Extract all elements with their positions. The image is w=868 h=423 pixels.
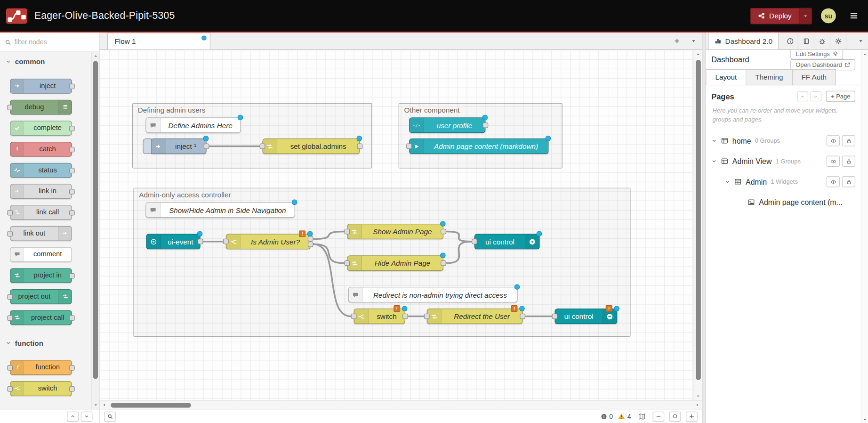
palette-node-complete[interactable]: complete	[10, 121, 72, 136]
inject-button[interactable]	[143, 138, 152, 154]
visibility-toggle-button[interactable]	[827, 176, 840, 187]
canvas-horizontal-scrollbar[interactable]	[100, 400, 702, 409]
node-input-port[interactable]	[223, 239, 229, 244]
flow-node-change1[interactable]: set global.admins	[262, 138, 360, 154]
flow-node-inject1[interactable]: inject ¹	[151, 138, 207, 154]
palette-node-project-out[interactable]: project out	[10, 289, 72, 304]
add-flow-button[interactable]	[669, 33, 685, 49]
scroll-up-icon[interactable]	[92, 52, 99, 60]
node-output-port[interactable]	[441, 229, 446, 235]
node-output-port[interactable]	[198, 239, 203, 244]
palette-node-inject[interactable]: inject	[10, 78, 72, 93]
palette-scroll-thumb[interactable]	[93, 61, 98, 379]
warning-count[interactable]: 4	[618, 413, 631, 420]
flow-node-change3[interactable]: Hide Admin Page	[347, 255, 443, 271]
deploy-options-button[interactable]	[799, 8, 812, 24]
flow-node-uicontrol2[interactable]: ui control	[555, 309, 617, 324]
info-count[interactable]: 0	[601, 413, 613, 420]
tab-config-button[interactable]	[830, 33, 846, 49]
user-avatar[interactable]: su	[821, 8, 836, 24]
node-input-port[interactable]	[344, 229, 350, 235]
palette-node-status[interactable]: status	[10, 163, 72, 178]
palette-collapse-all-button[interactable]	[67, 411, 79, 421]
node-output-port[interactable]	[441, 260, 446, 266]
tab-theming[interactable]: Theming	[746, 69, 792, 85]
palette-category-function[interactable]: function	[0, 334, 91, 352]
add-page-button[interactable]: + Page	[826, 91, 855, 102]
flow-node-change4[interactable]: Redirect the User	[427, 309, 522, 324]
flow-node-switch1[interactable]: Is Admin User?	[226, 234, 311, 249]
node-output-port[interactable]	[357, 144, 363, 149]
flow-node-change2[interactable]: Show Admin Page	[347, 224, 443, 239]
palette-node-link-call[interactable]: link call	[10, 205, 72, 220]
lock-toggle-button[interactable]	[842, 176, 855, 187]
node-output-port[interactable]	[308, 241, 313, 247]
deploy-button[interactable]: Deploy	[750, 8, 799, 24]
palette-scrollbar[interactable]	[91, 52, 99, 409]
palette-expand-all-button[interactable]	[81, 411, 93, 421]
node-input-port[interactable]	[406, 144, 412, 149]
node-output-port[interactable]	[402, 314, 408, 319]
tab-debug-button[interactable]	[814, 33, 830, 49]
canvas-search-button[interactable]	[104, 411, 116, 421]
edit-settings-button[interactable]: Edit Settings	[791, 50, 843, 59]
palette-filter-input[interactable]	[15, 38, 94, 46]
palette-node-function[interactable]: ffunction	[10, 360, 72, 375]
navigator-toggle-button[interactable]	[636, 411, 648, 421]
node-input-port[interactable]	[552, 314, 557, 319]
node-output-port[interactable]	[204, 144, 209, 149]
node-input-port[interactable]	[424, 314, 430, 319]
page-tree-row-0[interactable]: home0 Groups	[706, 130, 860, 151]
scroll-down-icon[interactable]	[861, 415, 868, 423]
open-dashboard-button[interactable]: Open Dashboard	[791, 59, 855, 71]
visibility-toggle-button[interactable]	[827, 135, 840, 146]
node-input-port[interactable]	[351, 314, 357, 319]
flow-node-uicontrol1[interactable]: ui control	[474, 234, 540, 249]
scroll-right-icon[interactable]	[694, 401, 701, 408]
page-tree-row-1[interactable]: Admin View1 Groups	[706, 151, 860, 172]
node-input-port[interactable]	[260, 144, 265, 149]
flow-node-switch2[interactable]: switch	[354, 309, 405, 324]
node-output-port[interactable]	[308, 236, 313, 242]
sidebar-tab-list-button[interactable]	[853, 33, 868, 49]
tab-info-button[interactable]	[782, 33, 798, 49]
tab-layout[interactable]: Layout	[706, 69, 746, 85]
node-input-port[interactable]	[472, 239, 477, 244]
node-output-port[interactable]	[520, 314, 525, 319]
palette-node-comment[interactable]: comment	[10, 247, 72, 262]
flow-node-markdown1[interactable]: Admin page content (markdown)	[409, 138, 548, 154]
visibility-toggle-button[interactable]	[827, 156, 840, 167]
tab-ff-auth[interactable]: FF Auth	[792, 69, 836, 85]
tab-dashboard-2[interactable]: Dashboard 2.0	[708, 33, 779, 49]
palette-node-link-out[interactable]: link out	[10, 226, 72, 241]
page-tree-row-2[interactable]: Admin1 Widgets	[706, 171, 860, 192]
zoom-in-button[interactable]	[686, 411, 698, 421]
palette-category-common[interactable]: common	[0, 52, 91, 71]
move-page-down-button[interactable]	[810, 91, 821, 101]
palette-node-debug[interactable]: debug	[10, 99, 72, 114]
palette-node-switch[interactable]: switch	[10, 381, 72, 396]
flow-tab[interactable]: Flow 1	[107, 33, 210, 49]
scroll-left-icon[interactable]	[100, 401, 108, 408]
lock-toggle-button[interactable]	[842, 135, 855, 146]
scroll-up-icon[interactable]	[694, 50, 702, 58]
zoom-out-button[interactable]	[653, 411, 665, 421]
canvas-vscroll-thumb[interactable]	[696, 60, 701, 380]
flow-node-comment1[interactable]: Define Admins Here	[145, 117, 241, 133]
sidebar-scrollbar[interactable]	[861, 50, 868, 423]
canvas-hscroll-thumb[interactable]	[111, 403, 191, 408]
flow-node-template1[interactable]: </>user profile	[409, 117, 485, 133]
canvas-vertical-scrollbar[interactable]	[694, 50, 702, 400]
palette-node-project-call[interactable]: project call	[10, 310, 72, 325]
scroll-up-icon[interactable]	[861, 50, 868, 57]
node-input-port[interactable]	[344, 260, 350, 266]
sidebar-splitter[interactable]	[702, 33, 706, 423]
flow-node-comment3[interactable]: Redirect is non-admin trying direct acce…	[348, 287, 518, 302]
tab-help-button[interactable]	[798, 33, 814, 49]
main-menu-button[interactable]	[844, 8, 863, 24]
page-tree-row-3[interactable]: Admin page content (m...	[706, 192, 860, 213]
palette-node-catch[interactable]: catch	[10, 141, 72, 156]
flow-canvas[interactable]: Defining admin usersOther componentAdmin…	[100, 50, 694, 400]
lock-toggle-button[interactable]	[842, 156, 855, 167]
palette-node-link-in[interactable]: link in	[10, 184, 72, 199]
